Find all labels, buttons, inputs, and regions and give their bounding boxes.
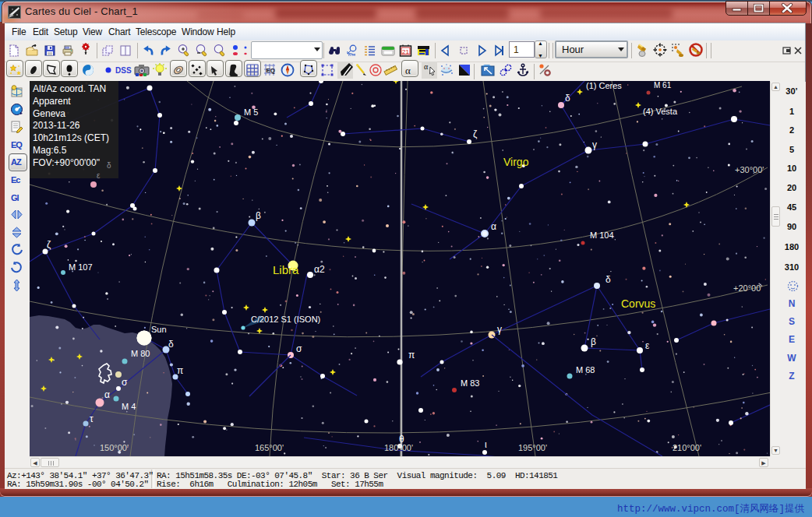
svg-text:α2: α2: [314, 264, 325, 275]
svg-text:Sun: Sun: [151, 325, 167, 334]
svg-text:δ: δ: [168, 339, 174, 350]
svg-text:δ: δ: [107, 161, 111, 170]
svg-text:Mag:6.5: Mag:6.5: [33, 145, 67, 156]
svg-text:β: β: [256, 210, 261, 221]
svg-text:M 80: M 80: [131, 349, 150, 358]
svg-text:EQ: EQ: [267, 67, 276, 74]
svg-text:195°00': 195°00': [518, 443, 547, 452]
svg-text:150°00': 150°00': [100, 443, 129, 452]
svg-text:τ: τ: [90, 413, 94, 424]
svg-text:21: 21: [402, 48, 409, 55]
svg-text:δ: δ: [565, 93, 570, 104]
svg-text:Virgo: Virgo: [503, 156, 529, 168]
svg-text:(4) Vesta: (4) Vesta: [643, 107, 678, 116]
svg-text:EQ: EQ: [11, 140, 23, 149]
svg-text:Ec: Ec: [11, 175, 20, 185]
svg-text:γ: γ: [497, 324, 502, 335]
svg-text:M 83: M 83: [461, 378, 479, 388]
svg-text:165°00': 165°00': [255, 443, 284, 452]
svg-text:Alt/Az coord. TAN: Alt/Az coord. TAN: [33, 83, 106, 94]
svg-text:M 4: M 4: [122, 402, 136, 411]
svg-text:σ: σ: [296, 343, 302, 354]
svg-text:M 5: M 5: [244, 107, 258, 117]
svg-text:M 61: M 61: [654, 81, 672, 90]
svg-text:+20°00': +20°00': [733, 283, 762, 293]
svg-text:Geneva: Geneva: [33, 108, 65, 119]
svg-text:β: β: [591, 336, 596, 347]
svg-text:Corvus: Corvus: [621, 297, 655, 310]
svg-text:ζ: ζ: [473, 128, 478, 139]
svg-text:ε: ε: [97, 171, 101, 180]
svg-text:Gl: Gl: [11, 193, 19, 202]
svg-text:α: α: [424, 62, 429, 71]
svg-text:ε: ε: [645, 340, 650, 351]
svg-text:π: π: [177, 365, 183, 376]
svg-text:210°00': 210°00': [673, 443, 701, 452]
svg-text:180°00': 180°00': [384, 443, 413, 452]
svg-text:α: α: [491, 221, 496, 232]
svg-text:ι: ι: [485, 439, 487, 450]
svg-text:Libra: Libra: [273, 263, 299, 276]
svg-text:γ: γ: [592, 139, 597, 150]
svg-text:FOV:+90°00'00": FOV:+90°00'00": [33, 157, 100, 168]
svg-text:2013-11-26: 2013-11-26: [33, 120, 80, 131]
svg-text:Apparent: Apparent: [33, 96, 71, 107]
svg-text:M 68: M 68: [576, 365, 595, 375]
svg-text:+30°00': +30°00': [735, 165, 764, 174]
svg-text:π: π: [408, 350, 415, 360]
svg-text:AZ: AZ: [11, 157, 22, 167]
svg-text:M 104: M 104: [590, 230, 614, 240]
svg-text:ζ: ζ: [47, 239, 51, 250]
svg-text:M 107: M 107: [69, 262, 93, 272]
svg-text:α: α: [405, 65, 411, 76]
svg-text:C/2012 S1 (ISON): C/2012 S1 (ISON): [251, 315, 320, 324]
svg-text:10h21m12s (CET): 10h21m12s (CET): [33, 132, 109, 143]
svg-text:σ: σ: [122, 377, 128, 388]
svg-text:DSS: DSS: [115, 66, 132, 75]
svg-text:(1) Ceres: (1) Ceres: [586, 81, 622, 90]
svg-text:α: α: [104, 389, 110, 400]
svg-text:δ: δ: [605, 274, 611, 285]
